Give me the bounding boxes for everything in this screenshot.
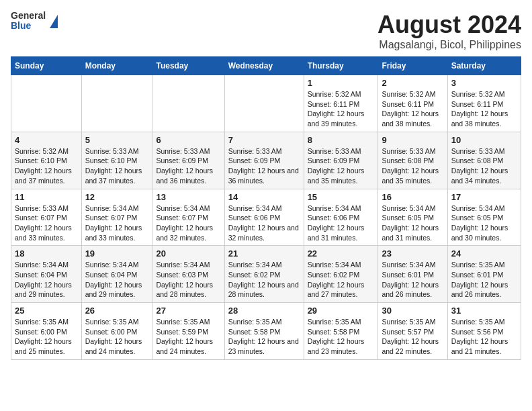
day-info: Sunrise: 5:32 AMSunset: 6:11 PMDaylight:… [308, 89, 375, 129]
calendar-header: SundayMondayTuesdayWednesdayThursdayFrid… [11, 57, 521, 75]
day-cell: 19Sunrise: 5:34 AMSunset: 6:04 PMDayligh… [81, 246, 152, 303]
day-cell: 8Sunrise: 5:33 AMSunset: 6:09 PMDaylight… [304, 132, 378, 189]
week-row-1: 1Sunrise: 5:32 AMSunset: 6:11 PMDaylight… [11, 75, 521, 132]
header-cell-thursday: Thursday [304, 57, 378, 75]
day-cell [11, 75, 82, 132]
day-cell: 4Sunrise: 5:32 AMSunset: 6:10 PMDaylight… [11, 132, 82, 189]
header-cell-tuesday: Tuesday [152, 57, 224, 75]
day-cell: 25Sunrise: 5:35 AMSunset: 6:00 PMDayligh… [11, 303, 82, 360]
header-cell-monday: Monday [81, 57, 152, 75]
day-cell: 9Sunrise: 5:33 AMSunset: 6:08 PMDaylight… [378, 132, 447, 189]
day-cell: 20Sunrise: 5:34 AMSunset: 6:03 PMDayligh… [152, 246, 224, 303]
day-info: Sunrise: 5:35 AMSunset: 5:58 PMDaylight:… [228, 317, 300, 357]
day-cell: 10Sunrise: 5:33 AMSunset: 6:08 PMDayligh… [447, 132, 521, 189]
day-info: Sunrise: 5:35 AMSunset: 5:59 PMDaylight:… [156, 317, 220, 357]
day-number: 28 [228, 306, 300, 316]
day-number: 11 [15, 192, 78, 202]
day-info: Sunrise: 5:34 AMSunset: 6:07 PMDaylight:… [85, 203, 149, 243]
day-cell: 31Sunrise: 5:35 AMSunset: 5:56 PMDayligh… [447, 303, 521, 360]
day-cell [81, 75, 152, 132]
day-number: 25 [15, 306, 78, 316]
day-info: Sunrise: 5:34 AMSunset: 6:02 PMDaylight:… [228, 260, 300, 300]
day-number: 19 [85, 248, 149, 259]
day-number: 29 [308, 306, 375, 316]
day-info: Sunrise: 5:35 AMSunset: 6:00 PMDaylight:… [15, 317, 78, 357]
day-info: Sunrise: 5:35 AMSunset: 5:58 PMDaylight:… [308, 317, 375, 357]
logo: General Blue [11, 11, 58, 32]
day-cell: 18Sunrise: 5:34 AMSunset: 6:04 PMDayligh… [11, 246, 82, 303]
week-row-2: 4Sunrise: 5:32 AMSunset: 6:10 PMDaylight… [11, 132, 521, 189]
week-row-4: 18Sunrise: 5:34 AMSunset: 6:04 PMDayligh… [11, 246, 521, 303]
day-number: 21 [228, 248, 300, 259]
day-info: Sunrise: 5:34 AMSunset: 6:02 PMDaylight:… [308, 260, 375, 300]
calendar-body: 1Sunrise: 5:32 AMSunset: 6:11 PMDaylight… [11, 75, 521, 360]
day-cell: 13Sunrise: 5:34 AMSunset: 6:07 PMDayligh… [152, 189, 224, 246]
day-cell: 30Sunrise: 5:35 AMSunset: 5:57 PMDayligh… [378, 303, 447, 360]
day-number: 22 [308, 248, 375, 259]
day-info: Sunrise: 5:33 AMSunset: 6:08 PMDaylight:… [382, 146, 443, 186]
day-info: Sunrise: 5:32 AMSunset: 6:10 PMDaylight:… [15, 146, 78, 186]
day-number: 2 [382, 78, 443, 88]
day-number: 24 [451, 248, 517, 259]
header-cell-sunday: Sunday [11, 57, 82, 75]
day-info: Sunrise: 5:32 AMSunset: 6:11 PMDaylight:… [451, 89, 517, 129]
day-cell: 6Sunrise: 5:33 AMSunset: 6:09 PMDaylight… [152, 132, 224, 189]
day-info: Sunrise: 5:34 AMSunset: 6:01 PMDaylight:… [382, 260, 443, 300]
day-info: Sunrise: 5:33 AMSunset: 6:10 PMDaylight:… [85, 146, 149, 186]
day-number: 30 [382, 306, 443, 316]
day-cell: 27Sunrise: 5:35 AMSunset: 5:59 PMDayligh… [152, 303, 224, 360]
header-cell-friday: Friday [378, 57, 447, 75]
day-number: 6 [156, 135, 220, 145]
day-info: Sunrise: 5:35 AMSunset: 5:57 PMDaylight:… [382, 317, 443, 357]
day-cell: 3Sunrise: 5:32 AMSunset: 6:11 PMDaylight… [447, 75, 521, 132]
header: General Blue August 2024 Magsalangi, Bic… [11, 11, 521, 51]
day-number: 5 [85, 135, 149, 145]
header-row: SundayMondayTuesdayWednesdayThursdayFrid… [11, 57, 521, 75]
day-cell: 24Sunrise: 5:35 AMSunset: 6:01 PMDayligh… [447, 246, 521, 303]
page-title: August 2024 [378, 11, 521, 39]
day-info: Sunrise: 5:33 AMSunset: 6:09 PMDaylight:… [156, 146, 220, 186]
day-cell: 17Sunrise: 5:34 AMSunset: 6:05 PMDayligh… [447, 189, 521, 246]
day-cell: 26Sunrise: 5:35 AMSunset: 6:00 PMDayligh… [81, 303, 152, 360]
day-info: Sunrise: 5:33 AMSunset: 6:07 PMDaylight:… [15, 203, 78, 243]
day-info: Sunrise: 5:33 AMSunset: 6:09 PMDaylight:… [228, 146, 300, 186]
day-number: 1 [308, 78, 375, 88]
day-info: Sunrise: 5:34 AMSunset: 6:04 PMDaylight:… [85, 260, 149, 300]
day-number: 4 [15, 135, 78, 145]
logo-arrow-icon [50, 15, 58, 28]
day-number: 20 [156, 248, 220, 259]
day-cell: 12Sunrise: 5:34 AMSunset: 6:07 PMDayligh… [81, 189, 152, 246]
day-cell: 21Sunrise: 5:34 AMSunset: 6:02 PMDayligh… [224, 246, 304, 303]
header-cell-saturday: Saturday [447, 57, 521, 75]
day-cell [152, 75, 224, 132]
day-cell: 14Sunrise: 5:34 AMSunset: 6:06 PMDayligh… [224, 189, 304, 246]
day-number: 23 [382, 248, 443, 259]
day-number: 27 [156, 306, 220, 316]
day-number: 12 [85, 192, 149, 202]
logo-general: General [11, 11, 46, 21]
day-cell: 15Sunrise: 5:34 AMSunset: 6:06 PMDayligh… [304, 189, 378, 246]
header-cell-wednesday: Wednesday [224, 57, 304, 75]
calendar-table: SundayMondayTuesdayWednesdayThursdayFrid… [11, 56, 521, 360]
week-row-3: 11Sunrise: 5:33 AMSunset: 6:07 PMDayligh… [11, 189, 521, 246]
day-number: 13 [156, 192, 220, 202]
day-info: Sunrise: 5:34 AMSunset: 6:04 PMDaylight:… [15, 260, 78, 300]
day-number: 7 [228, 135, 300, 145]
page-subtitle: Magsalangi, Bicol, Philippines [378, 39, 521, 51]
day-number: 26 [85, 306, 149, 316]
day-info: Sunrise: 5:34 AMSunset: 6:05 PMDaylight:… [451, 203, 517, 243]
day-cell: 7Sunrise: 5:33 AMSunset: 6:09 PMDaylight… [224, 132, 304, 189]
day-number: 31 [451, 306, 517, 316]
day-cell: 28Sunrise: 5:35 AMSunset: 5:58 PMDayligh… [224, 303, 304, 360]
day-info: Sunrise: 5:32 AMSunset: 6:11 PMDaylight:… [382, 89, 443, 129]
day-info: Sunrise: 5:34 AMSunset: 6:03 PMDaylight:… [156, 260, 220, 300]
day-info: Sunrise: 5:35 AMSunset: 6:00 PMDaylight:… [85, 317, 149, 357]
day-number: 14 [228, 192, 300, 202]
day-cell [224, 75, 304, 132]
day-cell: 23Sunrise: 5:34 AMSunset: 6:01 PMDayligh… [378, 246, 447, 303]
day-cell: 5Sunrise: 5:33 AMSunset: 6:10 PMDaylight… [81, 132, 152, 189]
day-info: Sunrise: 5:34 AMSunset: 6:05 PMDaylight:… [382, 203, 443, 243]
day-info: Sunrise: 5:33 AMSunset: 6:09 PMDaylight:… [308, 146, 375, 186]
day-info: Sunrise: 5:34 AMSunset: 6:06 PMDaylight:… [228, 203, 300, 243]
day-info: Sunrise: 5:34 AMSunset: 6:07 PMDaylight:… [156, 203, 220, 243]
